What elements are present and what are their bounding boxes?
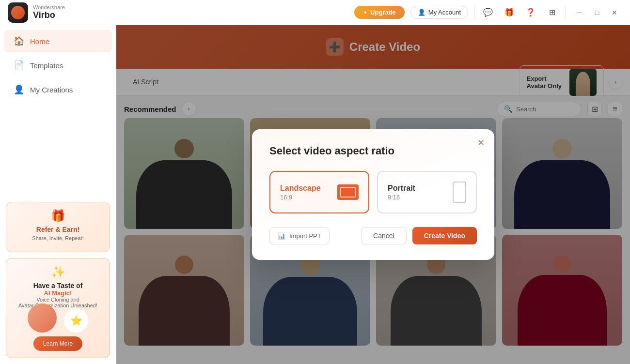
message-icon-button[interactable]: 💬 — [480, 5, 496, 20]
promo-refer-card[interactable]: 🎁 Refer & Earn! Share, Invite, Repeat! — [6, 202, 110, 252]
home-icon: 🏠 — [14, 36, 24, 46]
aspect-portrait-card[interactable]: Portrait 9:16 — [377, 171, 477, 213]
upgrade-button[interactable]: Upgrade — [354, 6, 405, 19]
help-icon-button[interactable]: ❓ — [523, 5, 538, 20]
landscape-label: Landscape — [280, 184, 321, 193]
templates-icon: 📄 — [14, 60, 24, 71]
logo-text: Wondershare Virbo — [33, 4, 65, 20]
sidebar-item-home-label: Home — [30, 37, 49, 46]
logo-icon — [8, 2, 28, 23]
apps-icon-button[interactable]: ⊞ — [544, 5, 560, 20]
content-area: ➕ Create Video AI Script Export Avatar O… — [116, 25, 630, 364]
sidebar-item-templates[interactable]: 📄 Templates — [4, 54, 112, 76]
promo-ai-highlight: AI Magic! — [13, 289, 103, 297]
avatar-preview-1 — [28, 303, 57, 333]
brand-name: Wondershare — [33, 4, 65, 10]
modal-title: Select video aspect ratio — [269, 145, 477, 157]
promo-ai-title: Have a Taste of — [13, 282, 103, 289]
titlebar-actions: Upgrade 👤 My Account 💬 🎁 ❓ ⊞ ─ □ ✕ — [354, 5, 622, 20]
separator-2 — [566, 7, 566, 18]
sidebar-item-templates-label: Templates — [30, 61, 63, 70]
aspect-portrait-info: Portrait 9:16 — [388, 184, 415, 201]
portrait-ratio: 9:16 — [388, 194, 415, 201]
minimize-button[interactable]: ─ — [572, 5, 587, 20]
ppt-icon: 📊 — [278, 232, 285, 240]
promo-ai-icons: ✨ — [13, 265, 103, 279]
sidebar-bottom: 🎁 Refer & Earn! Share, Invite, Repeat! ✨… — [0, 196, 116, 364]
window-controls: ─ □ ✕ — [572, 5, 622, 20]
import-ppt-label: Import PPT — [289, 232, 321, 240]
aspect-ratio-modal: ✕ Select video aspect ratio Landscape 16… — [252, 129, 494, 260]
promo-ai-body: Voice Cloning andAvatar Customization Un… — [13, 297, 103, 308]
promo-refer-subtitle: Share, Invite, Repeat! — [13, 235, 103, 241]
modal-footer: 📊 Import PPT Cancel Create Video — [269, 227, 477, 244]
app-name: Virbo — [33, 10, 65, 20]
aspect-landscape-info: Landscape 16:9 — [280, 184, 321, 201]
import-ppt-button[interactable]: 📊 Import PPT — [269, 228, 330, 244]
portrait-label: Portrait — [388, 184, 415, 193]
create-video-modal-button[interactable]: Create Video — [412, 227, 477, 244]
promo-refer-icons: 🎁 — [13, 209, 103, 223]
portrait-icon — [453, 182, 466, 203]
title-bar: Wondershare Virbo Upgrade 👤 My Account 💬… — [0, 0, 630, 25]
promo-refer-title: Refer & Earn! — [13, 226, 103, 233]
maximize-button[interactable]: □ — [589, 5, 605, 20]
sidebar-item-my-creations[interactable]: 👤 My Creations — [4, 78, 112, 101]
learn-more-button[interactable]: Learn More — [33, 336, 82, 351]
main-layout: 🏠 Home 📄 Templates 👤 My Creations 🎁 Refe… — [0, 25, 630, 364]
sidebar-item-home[interactable]: 🏠 Home — [4, 30, 112, 52]
cancel-button[interactable]: Cancel — [361, 227, 407, 244]
modal-overlay: ✕ Select video aspect ratio Landscape 16… — [116, 25, 630, 364]
modal-action-buttons: Cancel Create Video — [361, 227, 477, 244]
aspect-options: Landscape 16:9 Portrait 9:16 — [269, 171, 477, 213]
logo-icon-inner — [11, 6, 25, 19]
separator — [474, 7, 474, 18]
my-account-button[interactable]: 👤 My Account — [410, 6, 468, 19]
sidebar-item-my-creations-label: My Creations — [30, 86, 73, 94]
account-icon: 👤 — [418, 9, 425, 16]
app-logo: Wondershare Virbo — [8, 2, 124, 23]
my-creations-icon: 👤 — [14, 84, 24, 95]
promo-ai-card: ✨ Have a Taste of AI Magic! Voice Clonin… — [6, 258, 110, 358]
sidebar: 🏠 Home 📄 Templates 👤 My Creations 🎁 Refe… — [0, 25, 116, 364]
my-account-label: My Account — [428, 9, 461, 16]
close-button[interactable]: ✕ — [607, 5, 622, 20]
landscape-ratio: 16:9 — [280, 194, 321, 201]
modal-close-button[interactable]: ✕ — [474, 136, 488, 150]
gift-icon-button[interactable]: 🎁 — [502, 5, 517, 20]
aspect-landscape-card[interactable]: Landscape 16:9 — [269, 171, 369, 213]
avatar-preview-2: ⭐ — [64, 308, 88, 333]
landscape-icon — [337, 184, 359, 200]
